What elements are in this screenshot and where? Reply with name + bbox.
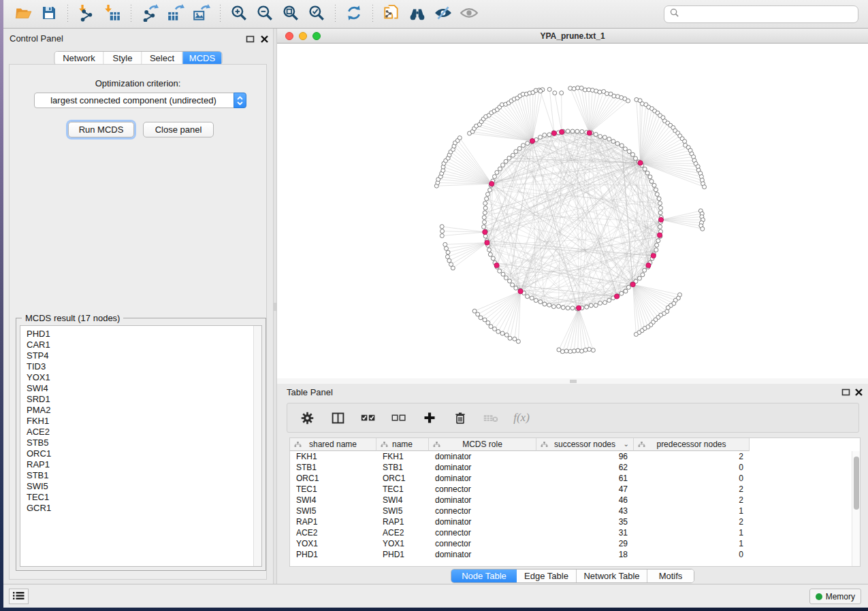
optimization-criterion-select[interactable]: largest connected component (undirected) <box>34 93 246 108</box>
mcds-result-item[interactable]: SRD1 <box>27 394 261 405</box>
mcds-result-item[interactable]: RAP1 <box>27 459 261 470</box>
close-panel-icon[interactable] <box>854 387 863 396</box>
cell-predecessor-nodes: 0 <box>634 550 750 559</box>
memory-button[interactable]: Memory <box>809 589 861 604</box>
clone-network-button[interactable] <box>380 3 403 26</box>
float-panel-icon[interactable] <box>246 34 255 43</box>
zoom-fit-button[interactable] <box>279 3 302 26</box>
mcds-result-item[interactable]: ACE2 <box>27 427 261 437</box>
mcds-result-item[interactable]: TID3 <box>27 361 261 372</box>
zoom-in-button[interactable] <box>227 3 251 26</box>
hide-selected-button[interactable] <box>432 3 455 26</box>
tab-style[interactable]: Style <box>104 52 142 65</box>
mcds-result-item[interactable]: FKH1 <box>27 416 261 427</box>
open-session-button[interactable] <box>12 3 35 26</box>
tab-edge-table[interactable]: Edge Table <box>517 569 577 582</box>
search-input[interactable] <box>679 7 858 21</box>
node-table[interactable]: shared namenameMCDS rolesuccessor nodes⌄… <box>289 437 861 567</box>
export-table-button[interactable] <box>164 3 187 26</box>
table-tabs: Node TableEdge TableNetwork TableMotifs <box>451 569 694 583</box>
column-header-MCDS-role[interactable]: MCDS role <box>429 438 536 451</box>
horizontal-split-divider[interactable] <box>277 378 868 384</box>
network-graph[interactable] <box>277 44 868 378</box>
table-row[interactable]: SWI5SWI5connector431 <box>290 506 860 516</box>
table-row[interactable]: YOX1YOX1connector291 <box>290 538 860 549</box>
tab-network-table[interactable]: Network Table <box>577 569 647 582</box>
column-header-name[interactable]: name <box>376 438 429 451</box>
table-row[interactable]: TEC1TEC1connector472 <box>290 484 860 495</box>
status-bar: Memory <box>3 584 868 608</box>
scrollbar-thumb[interactable] <box>854 457 859 510</box>
import-network-button[interactable] <box>75 3 98 26</box>
network-canvas[interactable] <box>277 44 868 378</box>
cell-shared-name: ORC1 <box>290 474 376 483</box>
zoom-out-button[interactable] <box>253 3 276 26</box>
deselect-all-button[interactable] <box>391 410 406 425</box>
network-window-titlebar[interactable]: YPA_prune.txt_1 <box>277 29 868 44</box>
refresh-icon <box>345 4 363 24</box>
zoom-selected-icon <box>308 4 325 24</box>
task-history-button[interactable] <box>9 589 29 604</box>
mcds-result-item[interactable]: CAR1 <box>27 340 261 350</box>
mcds-result-item[interactable]: PHD1 <box>27 329 261 340</box>
memory-status-icon <box>816 593 822 600</box>
tab-node-table[interactable]: Node Table <box>451 569 517 582</box>
zoom-selected-button[interactable] <box>305 3 328 26</box>
table-row[interactable]: PHD1PHD1dominator180 <box>290 549 860 560</box>
mcds-result-item[interactable]: STB1 <box>27 470 261 481</box>
table-row[interactable]: ORC1ORC1dominator610 <box>290 473 860 484</box>
cell-successor-nodes: 31 <box>536 528 634 538</box>
column-header-shared-name[interactable]: shared name <box>290 438 376 451</box>
memory-label: Memory <box>826 592 855 601</box>
export-network-button[interactable] <box>138 3 161 26</box>
import-table-button[interactable] <box>101 3 124 26</box>
tab-select[interactable]: Select <box>142 52 183 65</box>
table-row[interactable]: STB1STB1dominator620 <box>290 462 860 473</box>
close-mcds-panel-button[interactable]: Close panel <box>143 122 214 137</box>
cell-MCDS-role: connector <box>429 484 536 494</box>
mcds-list-scrollbar[interactable] <box>253 326 261 566</box>
tab-network[interactable]: Network <box>55 52 104 65</box>
mcds-result-item[interactable]: SWI4 <box>27 383 261 394</box>
first-neighbors-button[interactable] <box>406 3 429 26</box>
split-columns-button[interactable] <box>330 410 345 425</box>
table-row[interactable]: ACE2ACE2connector311 <box>290 527 860 538</box>
show-all-button[interactable] <box>457 3 481 26</box>
mcds-result-item[interactable]: SWI5 <box>27 481 261 492</box>
cell-MCDS-role: dominator <box>429 452 536 461</box>
tab-mcds[interactable]: MCDS <box>183 52 222 65</box>
mcds-result-item[interactable]: GCR1 <box>27 503 261 514</box>
tab-motifs[interactable]: Motifs <box>647 569 694 582</box>
open-folder-icon <box>14 4 32 24</box>
float-panel-icon[interactable] <box>841 387 850 396</box>
cell-MCDS-role: dominator <box>429 463 536 472</box>
mcds-result-item[interactable]: PMA2 <box>27 405 261 416</box>
table-panel: Table Panel f(x) shared namenameMCDS rol… <box>277 384 868 584</box>
mcds-result-item[interactable]: STP4 <box>27 350 261 361</box>
divider-grabber[interactable] <box>274 303 276 311</box>
refresh-layout-button[interactable] <box>342 3 366 26</box>
mcds-result-item[interactable]: STB5 <box>27 437 261 448</box>
table-row[interactable]: SWI4SWI4dominator462 <box>290 495 860 506</box>
divider-grabber[interactable] <box>570 380 577 383</box>
table-settings-button[interactable] <box>300 410 315 425</box>
mcds-result-item[interactable]: YOX1 <box>27 372 261 383</box>
column-header-successor-nodes[interactable]: successor nodes⌄ <box>536 438 634 451</box>
save-session-button[interactable] <box>37 3 61 26</box>
export-image-button[interactable] <box>190 3 213 26</box>
cell-MCDS-role: dominator <box>429 495 536 505</box>
column-header-predecessor-nodes[interactable]: predecessor nodes <box>634 438 750 451</box>
table-row[interactable]: RAP1RAP1dominator352 <box>290 516 860 527</box>
table-row[interactable]: FKH1FKH1dominator962 <box>290 451 860 462</box>
mcds-result-item[interactable]: TEC1 <box>27 492 261 503</box>
mcds-result-item[interactable]: ORC1 <box>27 448 261 459</box>
run-mcds-button[interactable]: Run MCDS <box>68 122 134 137</box>
save-floppy-icon <box>41 5 57 24</box>
cell-name: PHD1 <box>376 550 429 559</box>
close-panel-icon[interactable] <box>260 34 269 43</box>
table-scrollbar[interactable] <box>852 451 860 566</box>
add-column-button[interactable] <box>422 410 437 425</box>
delete-column-button[interactable] <box>453 410 468 425</box>
select-all-button[interactable] <box>361 410 376 425</box>
mcds-result-list[interactable]: PHD1CAR1STP4TID3YOX1SWI4SRD1PMA2FKH1ACE2… <box>20 325 262 567</box>
